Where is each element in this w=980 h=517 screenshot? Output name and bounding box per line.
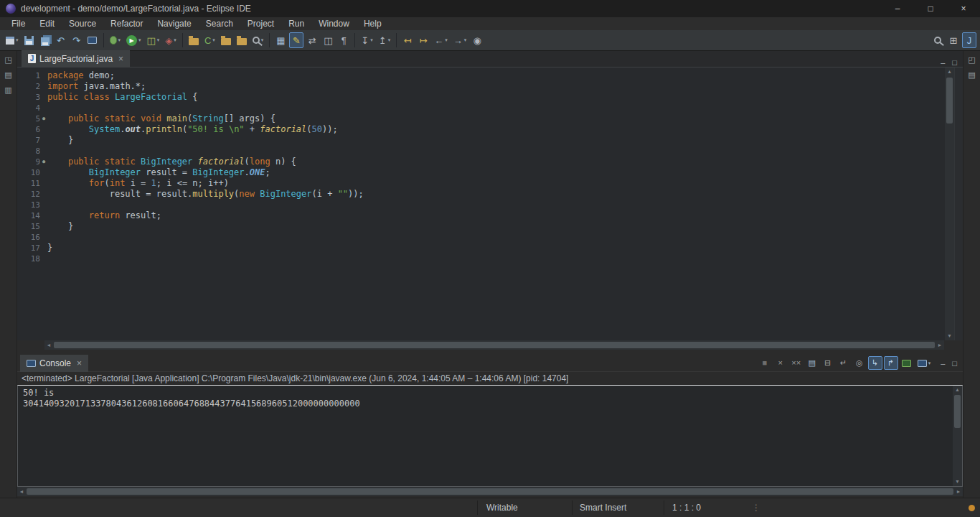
console-horizontal-scrollbar[interactable]: ◄ ► [17, 487, 963, 496]
open-resource-button[interactable] [235, 32, 249, 48]
open-console-button[interactable]: ▾ [915, 356, 933, 370]
display-selected-console-button[interactable] [900, 356, 914, 370]
debug-button[interactable]: ▾ [108, 32, 123, 48]
code-line[interactable]: 18 [17, 253, 945, 264]
redo-button[interactable]: ↷ [70, 32, 84, 48]
new-wizard-button[interactable]: ▾ [4, 32, 21, 48]
restore-right-views-icon[interactable]: ◰ [965, 53, 979, 66]
save-all-button[interactable] [38, 32, 52, 48]
remove-all-terminated-button[interactable]: ×× [789, 356, 804, 370]
code-line[interactable]: 17} [17, 243, 945, 253]
menu-window[interactable]: Window [311, 17, 357, 30]
console-scrollbar-thumb[interactable] [954, 395, 961, 428]
code-line[interactable]: 4 [17, 103, 945, 113]
editor-tab-close-icon[interactable]: × [118, 54, 123, 64]
code-line[interactable]: 16 [17, 232, 945, 243]
code-line[interactable]: 8 [17, 146, 945, 157]
scroll-up-icon[interactable]: ▲ [953, 386, 962, 394]
pin-console-button[interactable]: ◎ [852, 356, 867, 370]
compare-editors-button[interactable]: ◫ [321, 32, 335, 48]
menu-search[interactable]: Search [199, 17, 240, 30]
menu-edit[interactable]: Edit [32, 17, 62, 30]
editor-horizontal-scrollbar[interactable]: ◄ ► [17, 340, 963, 350]
code-line[interactable]: 9● public static BigInteger factorial(lo… [17, 157, 945, 167]
code-line[interactable]: 14 return result; [17, 210, 945, 221]
undo-button[interactable]: ↶ [54, 32, 68, 48]
console-output-lines[interactable]: 50! is3041409320171337804361260816606476… [18, 386, 953, 486]
editor-vertical-scrollbar[interactable]: ▲ ▼ [945, 67, 954, 340]
console-view[interactable]: 50! is3041409320171337804361260816606476… [17, 385, 963, 487]
search-dialog-button[interactable]: ▾ [250, 32, 266, 48]
package-explorer-icon[interactable]: ▤ [1, 68, 16, 81]
scroll-left-icon[interactable]: ◄ [44, 340, 53, 350]
code-line[interactable]: 15 } [17, 221, 945, 232]
console-tab[interactable]: Console × [20, 355, 88, 372]
code-line[interactable]: 3public class LargeFactorial { [17, 92, 945, 103]
remove-launch-button[interactable]: × [773, 356, 788, 370]
console-hscroll-track[interactable]: ◄ ► [17, 487, 963, 496]
outline-view-icon[interactable]: ▤ [965, 68, 979, 81]
code-line[interactable]: 6 System.out.println("50! is \n" + facto… [17, 124, 945, 135]
console-hscroll-thumb[interactable] [27, 488, 953, 495]
next-edit-location-button[interactable]: ↦ [416, 32, 430, 48]
back-button[interactable]: ←▾ [432, 32, 450, 48]
menu-help[interactable]: Help [357, 17, 389, 30]
maximize-editor-area-button[interactable]: □ [952, 58, 957, 67]
code-line[interactable]: 1package demo; [17, 70, 945, 81]
maximize-window-button[interactable]: □ [914, 0, 947, 17]
show-on-stderr-button[interactable]: ↱ [884, 356, 898, 370]
code-line[interactable]: 2import java.math.*; [17, 81, 945, 92]
maximize-console-button[interactable]: □ [952, 359, 957, 368]
code-line[interactable]: 13 [17, 200, 945, 210]
new-java-project-button[interactable] [187, 32, 201, 48]
code-line[interactable]: 7 } [17, 135, 945, 146]
save-button[interactable] [22, 32, 37, 48]
menu-run[interactable]: Run [281, 17, 311, 30]
scroll-right-icon[interactable]: ► [954, 487, 963, 496]
clear-console-button[interactable]: ▤ [805, 356, 819, 370]
restore-left-views-icon[interactable]: ◳ [1, 53, 16, 66]
code-line[interactable]: 5● public static void main(String[] args… [17, 113, 945, 124]
open-perspective-button[interactable]: ⊞ [946, 32, 961, 48]
minimize-console-button[interactable]: – [941, 359, 945, 368]
console-tab-close-icon[interactable]: × [77, 358, 82, 368]
scroll-down-icon[interactable]: ▼ [953, 478, 962, 486]
notification-icon[interactable] [969, 505, 975, 511]
next-annotation-button[interactable]: ↧▾ [359, 32, 374, 48]
last-edit-location-button[interactable]: ↤ [400, 32, 415, 48]
run-button[interactable]: ▶▾ [124, 32, 143, 48]
word-wrap-button[interactable]: ↵ [837, 356, 851, 370]
coverage-button[interactable]: ◫▾ [145, 32, 162, 48]
code-line[interactable]: 11 for(int i = 1; i <= n; i++) [17, 178, 945, 189]
menu-refactor[interactable]: Refactor [103, 17, 150, 30]
forward-button[interactable]: →▾ [451, 32, 469, 48]
java-perspective-button[interactable]: J [962, 32, 976, 48]
code-area[interactable]: 1package demo;2import java.math.*;3publi… [17, 67, 945, 340]
code-editor[interactable]: 1package demo;2import java.math.*;3publi… [17, 67, 963, 340]
menu-file[interactable]: File [4, 17, 32, 30]
menu-project[interactable]: Project [240, 17, 281, 30]
previous-annotation-button[interactable]: ↥▾ [377, 32, 392, 48]
type-hierarchy-icon[interactable]: ▥ [1, 83, 16, 96]
show-whitespace-button[interactable]: ¶ [336, 32, 351, 48]
minimize-editor-area-button[interactable]: – [941, 58, 945, 67]
show-on-stdout-button[interactable]: ↳ [868, 356, 882, 370]
open-console-view-button[interactable] [85, 32, 100, 48]
menu-navigate[interactable]: Navigate [150, 17, 198, 30]
new-java-class-button[interactable]: C▾ [202, 32, 217, 48]
scroll-down-icon[interactable]: ▼ [945, 332, 954, 340]
editor-console-sash[interactable] [17, 350, 963, 355]
mark-occurrences-button[interactable]: ✎ [289, 32, 303, 48]
link-with-editor-button[interactable]: ⇄ [305, 32, 319, 48]
scroll-right-icon[interactable]: ► [936, 340, 944, 350]
scroll-lock-button[interactable]: ⊟ [821, 356, 835, 370]
toggle-block-selection-button[interactable]: ▦ [273, 32, 288, 48]
code-line[interactable]: 10 BigInteger result = BigInteger.ONE; [17, 167, 945, 178]
run-external-tools-button[interactable]: ◈▾ [163, 32, 179, 48]
minimize-window-button[interactable]: – [881, 0, 914, 17]
console-vertical-scrollbar[interactable]: ▲ ▼ [953, 386, 962, 486]
scroll-left-icon[interactable]: ◄ [17, 487, 26, 496]
menu-source[interactable]: Source [62, 17, 103, 30]
editor-hscroll-thumb[interactable] [54, 342, 935, 348]
pin-editor-button[interactable]: ◉ [470, 32, 484, 48]
